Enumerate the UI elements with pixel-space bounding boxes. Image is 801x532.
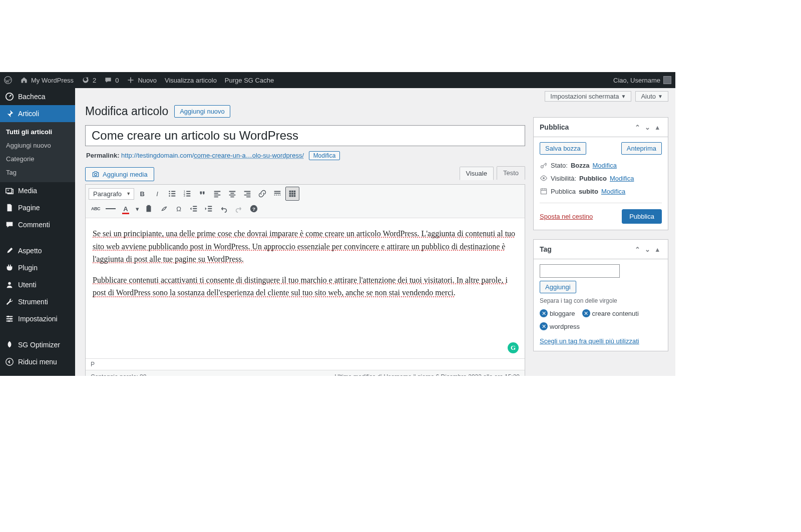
strikethrough-button[interactable]: ABC (89, 202, 103, 216)
chevron-down-icon: ▼ (658, 94, 663, 99)
submenu-categories[interactable]: Categorie (0, 152, 75, 166)
toolbar-toggle-button[interactable] (285, 187, 299, 201)
tag-input[interactable] (540, 264, 620, 278)
publish-button[interactable]: Pubblica (622, 209, 662, 224)
remove-tag-icon[interactable]: ✕ (540, 322, 548, 330)
sidebar-item-tools[interactable]: Strumenti (0, 293, 75, 310)
align-right-button[interactable] (240, 187, 254, 201)
bullet-list-button[interactable] (165, 187, 179, 201)
hr-button[interactable] (104, 202, 118, 216)
metabox-column: Pubblica ⌃ ⌄ ▴ Salva bozza Anteprima Sta… (533, 117, 668, 360)
help-toggle[interactable]: Aiuto▼ (635, 91, 668, 102)
admin-sidebar: Bacheca Articoli Tutti gli articoli Aggi… (0, 88, 75, 376)
submenu-add-new[interactable]: Aggiungi nuovo (0, 139, 75, 152)
screen-options-toggle[interactable]: Impostazioni schermata▼ (545, 91, 631, 102)
sidebar-item-settings[interactable]: Impostazioni (0, 310, 75, 327)
svg-rect-24 (147, 206, 151, 212)
align-center-button[interactable] (225, 187, 239, 201)
new-label: Nuovo (138, 77, 157, 84)
outdent-button[interactable] (187, 202, 201, 216)
metabox-up-icon[interactable]: ⌃ (633, 245, 642, 254)
wp-logo[interactable] (0, 72, 16, 88)
metabox-down-icon[interactable]: ⌄ (643, 245, 652, 254)
more-button[interactable] (270, 187, 284, 201)
text-color-dropdown[interactable]: ▾ (134, 202, 141, 216)
text-color-button[interactable]: A (119, 202, 133, 216)
metabox-toggle-icon[interactable]: ▴ (653, 245, 662, 254)
view-post-link[interactable]: Visualizza articolo (161, 72, 221, 88)
metabox-up-icon[interactable]: ⌃ (633, 123, 642, 132)
editor-status-bar: Conteggio parole: 88 Ultima modifica di … (86, 370, 525, 376)
format-select[interactable]: Paragrafo (89, 188, 134, 200)
paste-text-button[interactable] (142, 202, 156, 216)
media-icon (5, 186, 14, 195)
sidebar-item-appearance[interactable]: Aspetto (0, 242, 75, 259)
sidebar-item-dashboard[interactable]: Bacheca (0, 88, 75, 105)
sidebar-item-posts[interactable]: Articoli (0, 105, 75, 122)
sidebar-item-sg-optimizer[interactable]: SG Optimizer (0, 336, 75, 353)
svg-point-9 (169, 191, 170, 192)
sidebar-item-comments[interactable]: Commenti (0, 216, 75, 233)
redo-button[interactable] (232, 202, 246, 216)
wordpress-icon (4, 76, 12, 84)
element-path[interactable]: P (86, 358, 525, 370)
purge-cache-link[interactable]: Purge SG Cache (221, 72, 278, 88)
avatar (663, 76, 671, 84)
svg-rect-17 (294, 191, 296, 193)
editor-tab-text[interactable]: Testo (497, 166, 525, 180)
permalink-link[interactable]: http://testingdomain.com/come-creare-un-… (121, 152, 304, 159)
grammarly-icon[interactable]: G (508, 342, 519, 353)
sidebar-item-plugins[interactable]: Plugin (0, 259, 75, 276)
blockquote-button[interactable] (195, 187, 209, 201)
svg-rect-18 (289, 193, 291, 195)
preview-button[interactable]: Anteprima (621, 142, 662, 155)
link-button[interactable] (255, 187, 269, 201)
undo-button[interactable] (217, 202, 231, 216)
updates-link[interactable]: 2 (78, 72, 100, 88)
editor-tab-visual[interactable]: Visuale (460, 167, 494, 180)
metabox-toggle-icon[interactable]: ▴ (653, 123, 662, 132)
metabox-down-icon[interactable]: ⌄ (643, 123, 652, 132)
tag-cloud-link[interactable]: Scegli un tag fra quelli più utilizzati (540, 337, 639, 345)
collapse-icon (5, 357, 14, 366)
italic-button[interactable]: I (150, 187, 164, 201)
tag-chip: ✕wordpress (540, 322, 580, 330)
edit-permalink-button[interactable]: Modifica (309, 151, 340, 160)
eye-icon (540, 174, 548, 182)
submenu-all-posts[interactable]: Tutti gli articoli (0, 125, 75, 139)
site-name-link[interactable]: My WordPress (16, 72, 78, 88)
edit-visibility-link[interactable]: Modifica (610, 175, 634, 182)
tag-help-text: Separa i tag con delle virgole (540, 293, 662, 309)
numbered-list-button[interactable]: 123 (180, 187, 194, 201)
bold-button[interactable]: B (135, 187, 149, 201)
new-content-link[interactable]: Nuovo (123, 72, 161, 88)
svg-rect-22 (291, 195, 293, 197)
edit-schedule-link[interactable]: Modifica (601, 188, 625, 195)
remove-tag-icon[interactable]: ✕ (540, 309, 548, 317)
sliders-icon (5, 314, 14, 323)
indent-button[interactable] (202, 202, 216, 216)
post-title-input[interactable] (85, 125, 525, 146)
sidebar-item-users[interactable]: Utenti (0, 276, 75, 293)
chevron-down-icon: ▼ (621, 94, 626, 99)
align-left-button[interactable] (210, 187, 224, 201)
user-greeting[interactable]: Ciao, Username (609, 72, 675, 88)
submenu-tags[interactable]: Tag (0, 166, 75, 179)
add-tag-button[interactable]: Aggiungi (540, 281, 576, 293)
keyboard-help-button[interactable]: ? (247, 202, 261, 216)
sidebar-item-pages[interactable]: Pagine (0, 199, 75, 216)
save-draft-button[interactable]: Salva bozza (540, 142, 586, 155)
special-char-button[interactable]: Ω (172, 202, 186, 216)
sidebar-item-media[interactable]: Media (0, 182, 75, 199)
move-to-trash-link[interactable]: Sposta nel cestino (540, 213, 593, 220)
clear-formatting-button[interactable] (157, 202, 171, 216)
comments-link[interactable]: 0 (100, 72, 123, 88)
content-editor[interactable]: Se sei un principiante, una delle prime … (86, 218, 525, 358)
sidebar-collapse-button[interactable]: Riduci menu (0, 353, 75, 370)
tag-chip: ✕creare contenuti (582, 309, 639, 317)
add-media-button[interactable]: Aggiungi media (85, 167, 154, 181)
edit-status-link[interactable]: Modifica (593, 162, 617, 169)
remove-tag-icon[interactable]: ✕ (582, 309, 590, 317)
brush-icon (5, 246, 14, 255)
add-new-post-button[interactable]: Aggiungi nuovo (174, 105, 230, 118)
